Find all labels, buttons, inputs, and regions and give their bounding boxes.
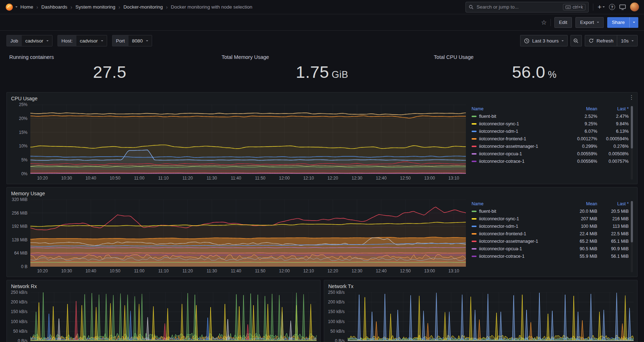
search-input-box[interactable]: ctrl+k xyxy=(466,2,589,12)
legend-header-mean[interactable]: Mean xyxy=(563,200,597,207)
legend-scrollbar-thumb[interactable] xyxy=(631,106,633,149)
time-range-picker[interactable]: Last 3 hours xyxy=(520,35,568,46)
share-button[interactable]: Share xyxy=(607,17,629,28)
panel-title[interactable]: Memory Usage xyxy=(11,191,45,196)
panel-menu-icon[interactable]: ⋮ xyxy=(629,95,634,100)
search-shortcut-badge: ctrl+k xyxy=(563,4,585,10)
variable-pickers: JobcadvisorHost:cadvisorPort8080 xyxy=(6,35,152,46)
y-tick-label: 5% xyxy=(21,157,27,162)
legend-mean-value: 20.0 MiB xyxy=(563,207,597,215)
y-tick-label: 100 kB/s xyxy=(328,319,345,324)
x-tick-label: 10:30 xyxy=(61,268,72,273)
breadcrumb-item[interactable]: Docker-monitoring xyxy=(124,4,163,10)
panel-network-tx: Network Tx0 B/s50 kB/s100 kB/s150 kB/s20… xyxy=(324,280,638,342)
chart-plot-area[interactable] xyxy=(348,292,634,341)
panel-title[interactable]: Network Tx xyxy=(328,283,354,289)
legend-series-name[interactable]: iiotconnector-cotrace-1 xyxy=(472,252,563,260)
y-axis: 0 B/s50 kB/s100 kB/s150 kB/s200 kB/s250 … xyxy=(9,292,30,341)
legend-header-name[interactable]: Name xyxy=(472,105,563,112)
x-tick-label: 12:20 xyxy=(327,268,338,273)
legend-last-value: 2.47% xyxy=(597,112,629,120)
legend-series-name[interactable]: iiotconnector-opcua-1 xyxy=(472,245,563,252)
panel-title[interactable]: CPU Usage xyxy=(11,96,37,101)
series-color-swatch xyxy=(472,153,477,155)
x-tick-label: 10:40 xyxy=(85,176,96,181)
legend-series-name[interactable]: iiotconnector-sync-1 xyxy=(472,215,563,222)
legend-series-label: iiotconnector-assetmanager-1 xyxy=(479,239,538,244)
y-tick-label: 250 kB/s xyxy=(11,290,27,295)
x-tick-label: 12:10 xyxy=(303,268,314,273)
breadcrumb-item[interactable]: Dashboards xyxy=(41,4,67,10)
legend-series-name[interactable]: iiotconnector-frontend-1 xyxy=(472,135,563,142)
y-tick-label: 0 B xyxy=(21,264,27,269)
timeseries-chart xyxy=(348,292,634,341)
legend-series-name[interactable]: iiotconnector-sync-1 xyxy=(472,120,563,127)
help-button[interactable]: ? xyxy=(609,4,615,10)
chart-plot-area[interactable] xyxy=(30,292,317,341)
zoom-out-button[interactable] xyxy=(570,35,582,46)
variable-value-dropdown[interactable]: cadvisor xyxy=(22,35,52,46)
stat-panel-title: Total CPU Usage xyxy=(434,54,635,60)
y-tick-label: 0 B/s xyxy=(335,338,344,342)
y-tick-label: 10% xyxy=(19,144,27,149)
legend-series-label: iiotconnector-frontend-1 xyxy=(479,231,526,236)
org-switcher-chevron-icon[interactable] xyxy=(15,6,17,7)
x-tick-label: 10:30 xyxy=(61,176,72,181)
stat-panel-title: Running containers xyxy=(9,54,210,60)
legend-header-name[interactable]: Name xyxy=(472,200,563,207)
legend-last-value: 113 MiB xyxy=(597,222,629,230)
panel-cpu-usage: CPU Usage⋮0%5%10%15%20%25%10:2010:3010:4… xyxy=(6,92,638,184)
top-nav: Home›Dashboards›System monitoring›Docker… xyxy=(0,0,644,14)
monitor-icon xyxy=(619,4,626,10)
legend-series-name[interactable]: iiotconnector-assetmanager-1 xyxy=(472,142,563,150)
news-button[interactable] xyxy=(619,4,626,10)
legend-mean-value: 2.52% xyxy=(563,112,597,120)
legend-series-label: iiotconnector-sdm-1 xyxy=(479,224,518,229)
chart-plot-area[interactable] xyxy=(30,200,466,267)
network-panels-row: Network Rx0 B/s50 kB/s100 kB/s150 kB/s20… xyxy=(6,280,638,342)
legend-series-name[interactable]: iiotconnector-frontend-1 xyxy=(472,230,563,237)
legend-series-name[interactable]: iiotconnector-assetmanager-1 xyxy=(472,237,563,245)
legend-series-name[interactable]: fluent-bit xyxy=(472,207,563,215)
refresh-interval-picker[interactable]: 10s xyxy=(617,35,638,46)
grafana-logo-icon[interactable] xyxy=(5,3,14,11)
y-tick-label: 320 MiB xyxy=(12,197,27,202)
help-icon: ? xyxy=(609,4,615,10)
breadcrumb-separator: › xyxy=(119,4,120,10)
panel-title[interactable]: Network Rx xyxy=(11,283,37,289)
legend-series-name[interactable]: iiotconnector-opcua-1 xyxy=(472,150,563,157)
x-tick-label: 11:40 xyxy=(231,268,241,273)
export-button[interactable]: Export xyxy=(575,17,604,28)
user-avatar[interactable] xyxy=(630,2,639,11)
stat-unit: GiB xyxy=(332,69,348,80)
edit-button[interactable]: Edit xyxy=(554,17,572,28)
legend-series-name[interactable]: fluent-bit xyxy=(472,112,563,120)
x-tick-label: 13:00 xyxy=(424,268,435,273)
legend-series-name[interactable]: iiotconnector-sdm-1 xyxy=(472,127,563,135)
legend-scrollbar xyxy=(631,201,633,272)
legend-series-name[interactable]: iiotconnector-cotrace-1 xyxy=(472,157,563,165)
search-input[interactable] xyxy=(477,4,560,10)
breadcrumb-item[interactable]: Home xyxy=(20,4,33,10)
variable-value-dropdown[interactable]: 8080 xyxy=(129,35,152,46)
share-menu-button[interactable] xyxy=(629,17,638,28)
y-tick-label: 50 kB/s xyxy=(13,329,27,334)
legend-header-last[interactable]: Last * xyxy=(597,200,629,207)
refresh-button[interactable]: Refresh xyxy=(585,35,617,46)
timeseries-chart xyxy=(30,105,466,174)
refresh-interval-label: 10s xyxy=(621,38,629,44)
breadcrumb-item[interactable]: System monitoring xyxy=(75,4,115,10)
series-color-swatch xyxy=(472,146,477,147)
legend-last-value: 22.5 MiB xyxy=(597,230,629,237)
legend-scrollbar-thumb[interactable] xyxy=(631,201,633,242)
panel-body: 0 B64 MiB128 MiB192 MiB256 MiB320 MiB10:… xyxy=(7,200,637,277)
legend-mean-value: 6.07% xyxy=(563,127,597,135)
x-axis: 10:2010:3010:4010:5011:0011:1011:2011:30… xyxy=(30,267,466,275)
legend-header-last[interactable]: Last * xyxy=(597,105,629,112)
variable-value-dropdown[interactable]: cadvisor xyxy=(76,35,107,46)
legend-series-name[interactable]: iiotconnector-sdm-1 xyxy=(472,222,563,230)
new-dashboard-button[interactable]: + xyxy=(598,4,605,10)
star-icon[interactable]: ☆ xyxy=(541,19,547,26)
chart-plot-area[interactable] xyxy=(30,105,466,174)
legend-header-mean[interactable]: Mean xyxy=(563,105,597,112)
